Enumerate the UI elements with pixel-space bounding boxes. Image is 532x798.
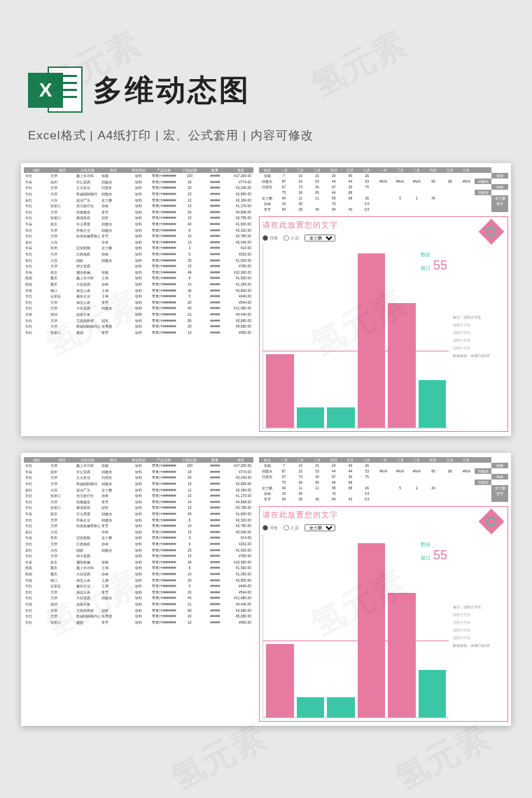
data-table-pane: 地区城市公司名称姓名类别类别产品名称订购日期数量单价 华北天津趣上补习班张颖饮料…: [21, 453, 256, 726]
chart-bar: [419, 670, 447, 718]
table-row: 华北天津趣上补习班张颖饮料苹果汁#######100#####¥17,200.0…: [24, 463, 253, 469]
table-row: 华北天津师大贸易饮料苹果汁#######15#####¥780.00: [24, 263, 253, 270]
chart-big-value: 55: [433, 548, 447, 563]
chart-container: 请在此放置您的文字 月份 人员 金士鹏 数据 超过 55 备注：说明文字说 说: [259, 216, 508, 432]
summary-row: 金士鹏4011119568265240金士鹏: [259, 485, 508, 491]
radio-person[interactable]: 人员: [284, 235, 299, 241]
excel-icon-letter: X: [28, 73, 63, 108]
template-preview-2: 地区城市公司名称姓名类别类别产品名称订购日期数量单价 华北天津趣上补习班张颖饮料…: [21, 453, 511, 726]
table-header: 数量: [202, 457, 227, 463]
chart-controls: 月份 人员 金士鹏: [262, 524, 505, 531]
table-header: 姓名: [100, 457, 125, 463]
chart-bar: [297, 697, 325, 718]
table-row: 西南重庆趣上补习班王伟饮料苹果汁#######8#####¥1,560.00: [24, 565, 253, 571]
table-header: 地区: [24, 457, 49, 463]
table-header: 订购日期: [177, 457, 202, 463]
person-dropdown[interactable]: 金士鹏: [304, 234, 335, 241]
page-subtitle: Excel格式 | A4纸打印 | 宏、公式套用 | 内容可修改: [0, 127, 532, 156]
table-row: 华东南京辛义房屋郑建杰饮料苹果汁#######40#####¥1,600.00: [24, 511, 253, 517]
table-row: 东北大连就业广兑金士鹏饮料苹果汁#######12#####¥2,184.00: [24, 197, 253, 203]
chart-bar: [327, 407, 355, 428]
radio-person[interactable]: 人员: [284, 525, 299, 531]
header: X 多维动态图: [0, 0, 532, 127]
chart-bar: [358, 253, 386, 428]
chart-bar: [327, 697, 355, 718]
table-row: 华北天津汉典电机孙林饮料苹果汁#######6#####¥252.00: [24, 251, 253, 258]
table-row: 华北张家口康浦系统赵军饮料苹果汁#######15#####¥3,795.00: [24, 505, 253, 511]
table-row: 华北天津升格企业郑建杰饮料苹果汁#######8#####¥2,320.00: [24, 517, 253, 523]
summary-row: 张颖71015244026张颖: [259, 463, 508, 468]
data-table: 地区城市公司名称姓名类别类别产品名称订购日期数量单价 华北天津趣上补习班张颖饮料…: [24, 457, 253, 625]
chart-bar: [388, 303, 416, 428]
summary-and-chart-pane: 姓名一月二月三月四月五月六月一月二月三月四月五月六月 张颖71015244026…: [256, 163, 511, 436]
chart-controls: 月份 人员 金士鹏: [262, 234, 505, 241]
table-row: 华东常州迈策船舶金士鹏饮料苹果汁#######3#####¥14.00: [24, 245, 253, 251]
table-row: 华东南京辛义房屋郑建杰饮料苹果汁#######40#####¥1,600.00: [24, 221, 253, 227]
chart-bar: [297, 407, 325, 428]
table-row: 华北天津凯诚国际顾问公司张雪眉饮料苹果汁#######20#####¥5,680…: [24, 323, 253, 330]
summary-row: 孙林1530760.5李芳: [259, 201, 508, 206]
chart-bar: [419, 380, 447, 428]
summary-row: 孙林1530760.5李芳: [259, 491, 508, 496]
table-row: 东北大连国皓郑建杰饮料苹果汁#######25#####¥1,500.00: [24, 257, 253, 263]
bar-chart: 数据 超过 55: [262, 534, 449, 718]
chart-title: 请在此放置您的文字: [262, 510, 505, 520]
chart-bar: [358, 543, 386, 718]
table-row: 西南重庆大钰贸易孙林饮料苹果汁#######10#####¥1,295.00: [24, 281, 253, 288]
table-row: 华北天津保信人寿李芳饮料苹果汁#######20#####¥544.00: [24, 299, 253, 305]
table-row: 华南深圳远东开发饮料苹果汁#######21#####¥4,440.00: [24, 601, 253, 608]
table-row: 华北天津大钰贸易郑建杰饮料苹果汁#######40#####¥11,680.00: [24, 305, 253, 312]
table-row: 华北天津师大贸易饮料苹果汁#######15#####¥780.00: [24, 553, 253, 559]
table-header: 地区: [24, 167, 49, 173]
table-row: 华北张家口康浦系统赵军饮料苹果汁#######15#####¥3,795.00: [24, 215, 253, 221]
table-header: 数量: [202, 167, 227, 173]
table-header: 城市: [49, 457, 74, 463]
table-row: 东北大连国皓郑建杰饮料苹果汁#######25#####¥1,500.00: [24, 547, 253, 553]
summary-table: 姓名一月二月三月四月五月六月一月二月三月四月五月六月 张颖71015244026…: [259, 457, 508, 502]
table-header: 公司名称: [75, 457, 100, 463]
bar-chart: 数据 超过 55: [262, 244, 449, 428]
threshold-line: [263, 640, 449, 641]
table-header: 订购日期: [177, 167, 202, 173]
table-row: 华东常州迈策船舶金士鹏饮料苹果汁#######3#####¥14.00: [24, 535, 253, 541]
table-header: 城市: [49, 167, 74, 173]
radio-month[interactable]: 月份: [262, 525, 278, 531]
chart-notes: 备注：说明文字说 说明文字说 说明文字说 说明文字说 说明文字说 数据来源：木偶…: [449, 244, 505, 428]
table-row: 华北天津浩泰建设李芳饮料苹果汁#######24#####¥4,848.00: [24, 209, 253, 216]
summary-row: 金士鹏4011119568265240金士鹏: [259, 195, 508, 201]
table-row: 华东温州学仁贸易郑建杰饮料苹果汁#######18#####¥774.00: [24, 469, 253, 475]
chart-title: 请在此放置您的文字: [262, 220, 505, 230]
summary-row: 郑建杰872253444453#N/A#N/A#N/A9568#N/A郑建杰: [259, 468, 508, 474]
table-row: 华北天津保信人寿李芳饮料苹果汁#######20#####¥544.00: [24, 589, 253, 595]
table-row: 华北天津协昌机械有限公司李芳饮料苹果汁#######10#####¥2,780.…: [24, 233, 253, 239]
chart-bar: [388, 593, 416, 718]
chart-bar: [266, 354, 294, 428]
table-header: 类别类别: [126, 167, 151, 173]
table-row: 东北大连华科饮料苹果汁#######15#####¥5,040.00: [24, 239, 253, 246]
table-row: 东北大连华科饮料苹果汁#######15#####¥5,040.00: [24, 529, 253, 536]
table-row: 华北天津升格企业郑建杰饮料苹果汁#######8#####¥2,320.00: [24, 227, 253, 233]
table-row: 东北大连就业广兑金士鹏饮料苹果汁#######12#####¥2,184.00: [24, 486, 253, 493]
summary-row: 张颖71015244026张颖: [259, 173, 508, 178]
table-row: 华北石家庄嘉司企业王伟饮料苹果汁#######5#####¥440.00: [24, 583, 253, 589]
table-row: 华东温州学仁贸易郑建杰饮料苹果汁#######18#####¥774.00: [24, 179, 253, 186]
person-dropdown[interactable]: 金士鹏: [304, 524, 335, 531]
template-preview-1: 地区城市公司名称姓名类别类别产品名称订购日期数量单价 华北天津趣上补习班张颖饮料…: [21, 163, 511, 436]
table-row: 华南海口保信人寿王伟饮料苹果汁#######30#####¥3,800.00: [24, 577, 253, 583]
chart-bar: [266, 644, 294, 718]
chart-notes: 备注：说明文字说 说明文字说 说明文字说 说明文字说 说明文字说 数据来源：木偶…: [449, 534, 505, 718]
table-header: 产品名称: [151, 457, 176, 463]
chart-big-value: 55: [433, 258, 447, 273]
summary-and-chart-pane: 姓名一月二月三月四月五月六月一月二月三月四月五月六月 张颖71015244026…: [256, 453, 511, 726]
table-row: 华北天津凯诚国际顾问郑建杰饮料苹果汁#######15#####¥2,895.0…: [24, 191, 253, 197]
table-row: 华东南京通恒机械张颖饮料苹果汁#######49#####¥10,360.00: [24, 559, 253, 566]
data-table-pane: 地区城市公司名称姓名类别类别产品名称订购日期数量单价 华北天津趣上补习班张颖饮料…: [21, 163, 256, 436]
table-row: 华北天津趣上补习班张颖饮料苹果汁#######100#####¥17,200.0…: [24, 173, 253, 179]
radio-month[interactable]: 月份: [262, 235, 278, 241]
table-row: 华南深圳远东开发饮料苹果汁#######21#####¥4,440.00: [24, 312, 253, 318]
summary-row: 郑建杰872253444453#N/A#N/A#N/A9568#N/A郑建杰: [259, 178, 508, 184]
table-row: 华北天津艾德高科技赵军饮料苹果汁#######80#####¥3,680.00: [24, 607, 253, 613]
data-table: 地区城市公司名称姓名类别类别产品名称订购日期数量单价 华北天津趣上补习班张颖饮料…: [24, 167, 253, 335]
table-row: 华北张家口浩天旅行社孙林饮料苹果汁#######15#####¥1,170.00: [24, 203, 253, 209]
summary-row: 刘英玫677334673075孙林: [259, 184, 508, 190]
